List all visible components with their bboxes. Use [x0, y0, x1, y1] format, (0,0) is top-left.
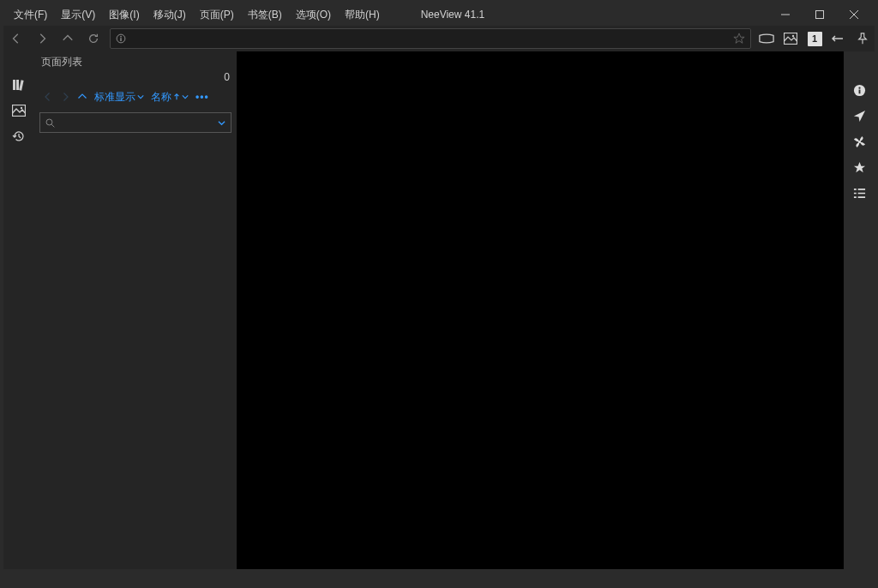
sidebar-header: 页面列表 — [34, 51, 237, 69]
arrow-right-icon — [60, 92, 70, 102]
sort-mode-dropdown[interactable]: 名称 — [147, 90, 192, 105]
sidebar-title: 页面列表 — [41, 55, 230, 69]
menu-page[interactable]: 页面(P) — [193, 4, 241, 26]
menu-file[interactable]: 文件(F) — [7, 4, 54, 26]
left-rail-picture-button[interactable] — [3, 98, 34, 123]
reload-icon — [87, 33, 99, 45]
sidebar-forward-button[interactable] — [57, 87, 74, 107]
image-viewer[interactable] — [237, 51, 844, 569]
svg-point-9 — [21, 107, 22, 109]
sidebar-back-button[interactable] — [39, 87, 57, 107]
right-rail-favorite-button[interactable] — [844, 154, 875, 180]
arrow-right-icon — [36, 33, 48, 45]
chevron-down-icon — [137, 93, 144, 100]
menu-option[interactable]: 选项(O) — [289, 4, 338, 26]
panorama-icon — [759, 33, 774, 45]
location-arrow-icon — [853, 110, 866, 123]
list-icon — [853, 187, 866, 200]
fan-icon — [853, 135, 866, 148]
nav-forward-button[interactable] — [29, 26, 55, 51]
app-title: NeeView 41.1 — [421, 9, 485, 21]
info-icon — [116, 33, 126, 44]
status-bar — [3, 569, 875, 585]
arrow-up-icon — [77, 92, 87, 102]
left-rail-library-button[interactable] — [3, 72, 34, 98]
minimize-icon — [781, 10, 790, 19]
menu-view[interactable]: 显示(V) — [54, 4, 102, 26]
display-mode-label: 标准显示 — [94, 90, 135, 105]
ellipsis-icon: ••• — [195, 91, 209, 103]
chevron-down-icon — [182, 93, 189, 100]
main-area: 页面列表 0 标准显示 名称 — [3, 51, 875, 569]
window-close-button[interactable] — [837, 3, 871, 26]
left-rail — [3, 51, 34, 569]
address-bar[interactable] — [110, 28, 751, 49]
pin-icon — [857, 33, 869, 45]
nav-back-button[interactable] — [3, 26, 29, 51]
history-icon — [12, 129, 26, 143]
svg-point-2 — [120, 36, 122, 38]
arrow-left-icon — [43, 92, 53, 102]
picture-icon — [12, 105, 26, 117]
chevron-down-icon — [218, 119, 226, 127]
arrow-left-icon — [10, 33, 22, 45]
svg-rect-0 — [816, 11, 824, 19]
menubar: 文件(F) 显示(V) 图像(I) 移动(J) 页面(P) 书签(B) 选项(O… — [3, 3, 875, 26]
books-icon — [12, 78, 26, 92]
arrow-up-icon — [62, 33, 74, 45]
svg-rect-7 — [19, 80, 23, 90]
menu-bookmark[interactable]: 书签(B) — [241, 4, 289, 26]
favorite-button[interactable] — [733, 33, 745, 45]
toolbar-right-tools: 1 — [755, 26, 875, 51]
sidebar-search-input[interactable] — [58, 117, 218, 129]
direction-button[interactable] — [827, 26, 851, 51]
page-number-button[interactable]: 1 — [803, 26, 827, 51]
left-rail-history-button[interactable] — [3, 123, 34, 149]
sidebar-search[interactable] — [39, 112, 232, 133]
window-maximize-button[interactable] — [803, 3, 837, 26]
address-input[interactable] — [131, 33, 733, 45]
sort-mode-label: 名称 — [151, 90, 171, 105]
nav-up-button[interactable] — [55, 26, 81, 51]
sidebar-more-button[interactable]: ••• — [192, 91, 213, 103]
menu-help[interactable]: 帮助(H) — [338, 4, 387, 26]
window-minimize-button[interactable] — [768, 3, 803, 26]
right-rail-effect-button[interactable] — [844, 129, 875, 154]
app-window: 文件(F) 显示(V) 图像(I) 移动(J) 页面(P) 书签(B) 选项(O… — [3, 3, 875, 585]
menu-move[interactable]: 移动(J) — [147, 4, 193, 26]
svg-point-4 — [792, 35, 794, 37]
sidebar-up-button[interactable] — [74, 87, 91, 107]
info-icon — [853, 84, 866, 97]
maximize-icon — [815, 10, 824, 19]
right-rail-playlist-button[interactable] — [844, 180, 875, 206]
svg-point-12 — [858, 87, 860, 88]
pin-button[interactable] — [851, 26, 875, 51]
panorama-button[interactable] — [755, 26, 779, 51]
nav-toolbar: 1 — [3, 26, 875, 51]
page-count: 0 — [34, 69, 237, 85]
right-rail-info-button[interactable] — [844, 77, 875, 103]
nav-reload-button[interactable] — [81, 26, 106, 51]
svg-rect-6 — [16, 80, 19, 90]
sort-up-icon — [173, 93, 180, 100]
svg-point-10 — [46, 119, 52, 125]
sidebar-toolbar: 标准显示 名称 ••• — [34, 85, 237, 109]
picture-icon — [784, 33, 797, 45]
svg-rect-5 — [13, 80, 15, 90]
right-rail — [844, 51, 875, 569]
page-list-panel: 页面列表 0 标准显示 名称 — [34, 51, 237, 569]
search-icon — [45, 118, 55, 128]
right-rail-navigate-button[interactable] — [844, 103, 875, 129]
menu-image[interactable]: 图像(I) — [102, 4, 146, 26]
arrow-return-icon — [832, 33, 845, 45]
close-icon — [850, 10, 858, 19]
search-dropdown-button[interactable] — [218, 119, 226, 127]
star-icon — [853, 161, 866, 174]
svg-rect-13 — [858, 89, 860, 93]
picture-button[interactable] — [779, 26, 803, 51]
page-number-badge: 1 — [808, 32, 822, 46]
star-icon — [733, 33, 745, 45]
display-mode-dropdown[interactable]: 标准显示 — [91, 90, 147, 105]
